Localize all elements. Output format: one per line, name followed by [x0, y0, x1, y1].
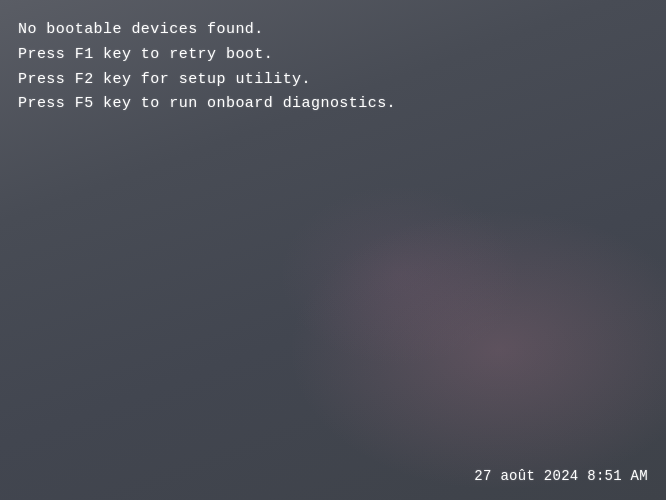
bios-message-block: No bootable devices found. Press F1 key … — [18, 18, 396, 117]
bios-line-1: No bootable devices found. — [18, 18, 396, 43]
bios-line-3: Press F2 key for setup utility. — [18, 68, 396, 93]
bios-line-2: Press F1 key to retry boot. — [18, 43, 396, 68]
bios-line-4: Press F5 key to run onboard diagnostics. — [18, 92, 396, 117]
datetime-display: 27 août 2024 8:51 AM — [474, 468, 648, 484]
bios-screen: No bootable devices found. Press F1 key … — [0, 0, 666, 500]
